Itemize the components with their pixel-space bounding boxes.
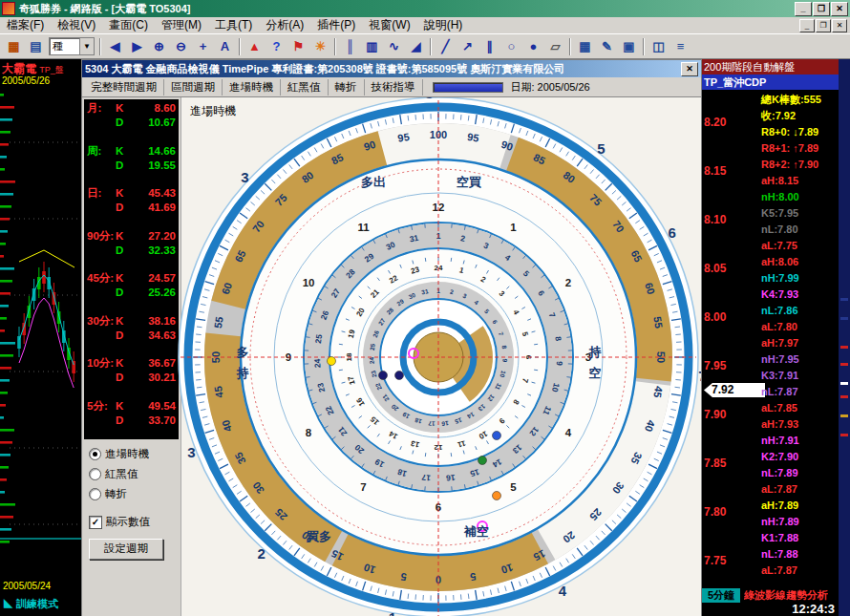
line-chart-icon[interactable]: ∿ (383, 36, 405, 57)
analysis-line: K4:7.93 (761, 287, 838, 303)
alarm-icon[interactable]: ▲ (244, 36, 266, 57)
announce-icon[interactable]: ☀ (309, 36, 331, 57)
price-level: 8.20 (704, 116, 754, 130)
menu-item[interactable]: 分析(A) (259, 16, 310, 34)
svg-text:買多: 買多 (306, 529, 331, 543)
svg-text:1: 1 (389, 609, 396, 616)
svg-text:補空: 補空 (463, 524, 489, 539)
line-tool-icon[interactable]: ╱ (435, 36, 457, 57)
svg-text:25: 25 (313, 333, 324, 344)
analysis-line: nL:7.89 (761, 465, 838, 481)
mdi-restore-button[interactable]: ❐ (816, 19, 831, 32)
app-icon (2, 2, 15, 15)
price-level: 7.80 (704, 505, 754, 520)
settings-icon[interactable]: ≡ (669, 36, 691, 57)
report-icon[interactable]: ▤ (25, 36, 47, 57)
menu-item[interactable]: 檔案(F) (0, 16, 51, 34)
progress-bar (433, 82, 503, 93)
price-level: 7.75 (704, 554, 754, 568)
analysis-line: nH:7.89 (761, 514, 838, 530)
svg-text:持: 持 (236, 366, 249, 380)
tab-紅黑值[interactable]: 紅黑值 (281, 79, 329, 96)
help-icon[interactable]: ? (266, 36, 287, 57)
svg-text:7: 7 (360, 481, 366, 493)
strip-mark (840, 414, 848, 417)
right-scroll-strip[interactable] (839, 59, 850, 616)
svg-text:多: 多 (237, 345, 249, 359)
tab-轉折[interactable]: 轉折 (329, 79, 365, 96)
timepipe-title-bar: 5304 大霸電 金融商品檢視儀 TimePipe 專利證書:第205308號 … (82, 60, 701, 77)
analysis-line: 收:7.92 (761, 108, 838, 124)
tab-完整時間週期[interactable]: 完整時間週期 (84, 79, 164, 96)
analysis-line: aL:7.75 (761, 238, 838, 254)
zoom-out-icon[interactable]: ⊖ (170, 36, 192, 57)
prev-arrow-icon[interactable]: ◀ (104, 36, 126, 57)
toolbar-separator (99, 38, 101, 55)
svg-text:10: 10 (303, 277, 315, 288)
text-label-icon[interactable]: A (214, 36, 236, 57)
strip-mark (840, 346, 848, 349)
tab-進場時機[interactable]: 進場時機 (223, 79, 281, 96)
svg-text:95: 95 (466, 131, 479, 144)
toolbar-separator (430, 38, 432, 55)
mdi-minimize-button[interactable]: _ (799, 19, 815, 32)
strip-mark (840, 317, 848, 320)
area-chart-icon[interactable]: ◢ (405, 36, 427, 57)
maximize-button[interactable]: ❐ (813, 2, 830, 16)
price-level: 7.95 (704, 359, 754, 373)
analysis-line: aH:8.15 (761, 173, 838, 189)
crosshair-icon[interactable]: + (192, 36, 214, 57)
period-combo[interactable]: 種▼ (49, 37, 95, 55)
eraser-icon[interactable]: ▱ (544, 36, 566, 57)
pencil-icon[interactable]: ✎ (596, 36, 618, 57)
menu-item[interactable]: 插件(P) (310, 16, 362, 34)
save-icon[interactable]: ▣ (618, 36, 640, 57)
next-arrow-icon[interactable]: ▶ (126, 36, 148, 57)
toolbar-separator (239, 38, 241, 55)
menu-item[interactable]: 工具(T) (208, 16, 259, 34)
zoom-in-icon[interactable]: ⊕ (148, 36, 170, 57)
analysis-line: R8+1: ↑7.89 (761, 140, 838, 157)
tab-技術指導[interactable]: 技術指導 (365, 79, 423, 96)
menu-item[interactable]: 管理(M) (155, 16, 208, 34)
menu-item[interactable]: 說明(H) (417, 16, 470, 34)
menu-item[interactable]: 檢視(V) (51, 16, 102, 34)
candle-chart-icon[interactable]: ║ (339, 36, 361, 57)
svg-text:7: 7 (698, 368, 701, 384)
tab-區間週期[interactable]: 區間週期 (164, 79, 223, 96)
toolbar-separator (643, 38, 645, 55)
close-button[interactable]: ✕ (831, 2, 848, 16)
svg-text:11: 11 (357, 222, 370, 233)
minimize-button[interactable]: _ (795, 2, 812, 16)
svg-text:45: 45 (651, 385, 665, 398)
bar-chart-icon[interactable]: ▥ (361, 36, 383, 57)
strip-mark (840, 298, 848, 301)
svg-text:4: 4 (565, 427, 572, 438)
channel-tool-icon[interactable]: ∥ (478, 36, 500, 57)
svg-text:95: 95 (397, 131, 411, 144)
grid-icon[interactable]: ▦ (574, 36, 596, 57)
svg-text:25: 25 (369, 343, 376, 351)
mdi-close-button[interactable]: ✕ (832, 19, 847, 32)
chart-date-bottom: 2005/05/24 (3, 581, 51, 591)
analysis-line: aH:7.93 (761, 416, 838, 433)
svg-text:5: 5 (510, 481, 517, 493)
dot-tool-icon[interactable]: ● (522, 36, 544, 57)
layout-icon[interactable]: ◫ (648, 36, 669, 57)
menu-item[interactable]: 視窗(W) (362, 16, 416, 34)
analysis-line: aL:7.85 (761, 400, 838, 416)
set-period-button[interactable]: 設定週期 (89, 539, 163, 560)
trend-tool-icon[interactable]: ↗ (457, 36, 478, 57)
chart-grid-icon[interactable]: ▦ (3, 36, 25, 57)
analysis-line: K2:7.90 (761, 449, 838, 465)
title-bar: 奇狐勝券 - 網路版 - [大霸電 TO5304] _ ❐ ✕ (0, 0, 850, 17)
analysis-line: aL:7.80 (761, 319, 838, 335)
svg-text:24: 24 (312, 358, 322, 368)
quote-panel-subheader: TP_當沖CDP (702, 74, 839, 90)
analysis-line: aL:7.87 (761, 563, 838, 579)
circle-tool-icon[interactable]: ○ (500, 36, 522, 57)
menu-item[interactable]: 畫面(C) (102, 16, 155, 34)
flag-icon[interactable]: ⚑ (287, 36, 309, 57)
timepipe-close-button[interactable]: ✕ (681, 62, 698, 76)
svg-text:55: 55 (212, 316, 225, 329)
